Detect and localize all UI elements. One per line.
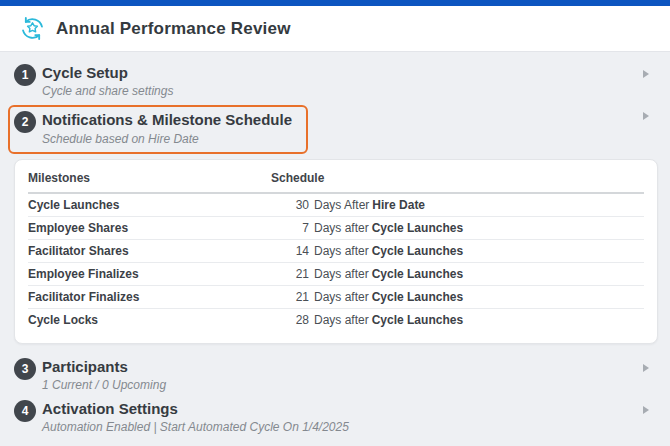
milestone-table-row: Employee Finalizes 21Days afterCycle Lau… [28, 262, 644, 285]
chevron-right-icon[interactable] [643, 70, 649, 78]
schedule-connector-text: Days after [314, 290, 369, 304]
section-subtitle: Cycle and share settings [42, 84, 173, 98]
schedule-connector-text: Days after [314, 267, 369, 281]
schedule-days-value: 7 [271, 221, 309, 235]
schedule-connector-text: Days after [314, 244, 369, 258]
chevron-right-icon[interactable] [643, 406, 649, 414]
milestone-schedule: 21Days afterCycle Launches [271, 285, 644, 308]
milestone-table-row: Facilitator Shares 14Days afterCycle Lau… [28, 239, 644, 262]
schedule-reference-milestone: Cycle Launches [372, 313, 463, 327]
schedule-days-value: 21 [271, 290, 309, 304]
schedule-connector-text: Days After [314, 198, 369, 212]
schedule-days-value: 28 [271, 313, 309, 327]
highlighted-step-box: 2 Notifications & Milestone Schedule Sch… [8, 105, 308, 153]
schedule-reference-milestone: Cycle Launches [372, 290, 463, 304]
schedule-reference-milestone: Cycle Launches [372, 267, 463, 281]
section-subtitle: Automation Enabled | Start Automated Cyc… [42, 420, 349, 434]
milestone-name: Employee Finalizes [28, 262, 271, 285]
step-number-badge: 4 [14, 400, 36, 422]
step-number-badge: 3 [14, 358, 36, 380]
milestone-table: Milestones Schedule Cycle Launches 30Day… [28, 164, 644, 331]
schedule-connector-text: Days after [314, 313, 369, 327]
wizard-steps: 1 Cycle Setup Cycle and share settings 2… [0, 52, 670, 434]
schedule-reference-milestone: Cycle Launches [372, 221, 463, 235]
section-subtitle: Schedule based on Hire Date [42, 132, 292, 146]
section-title: Notifications & Milestone Schedule [42, 111, 292, 128]
page-title: Annual Performance Review [56, 19, 291, 39]
chevron-right-icon[interactable] [643, 112, 649, 120]
milestone-name: Cycle Locks [28, 308, 271, 331]
milestone-table-row: Employee Shares 7Days afterCycle Launche… [28, 216, 644, 239]
milestone-name: Cycle Launches [28, 193, 271, 217]
section-cycle-setup-main: 1 Cycle Setup Cycle and share settings [14, 63, 173, 98]
section-title: Participants [42, 358, 166, 375]
column-header-milestones: Milestones [28, 164, 271, 193]
milestone-table-row: Cycle Locks 28Days afterCycle Launches [28, 308, 644, 331]
column-header-schedule: Schedule [271, 164, 644, 193]
step-number-badge: 1 [14, 64, 36, 86]
review-cycle-icon [19, 15, 46, 42]
milestone-table-body: Cycle Launches 30Days AfterHire Date Emp… [28, 193, 644, 331]
section-title: Activation Settings [42, 400, 349, 417]
milestone-schedule: 28Days afterCycle Launches [271, 308, 644, 331]
milestone-name: Employee Shares [28, 216, 271, 239]
section-cycle-setup[interactable]: 1 Cycle Setup Cycle and share settings [14, 63, 658, 98]
section-activation-settings-main: 4 Activation Settings Automation Enabled… [14, 399, 349, 434]
milestone-table-row: Cycle Launches 30Days AfterHire Date [28, 193, 644, 217]
section-participants-main: 3 Participants 1 Current / 0 Upcoming [14, 357, 166, 392]
schedule-days-value: 14 [271, 244, 309, 258]
milestone-name: Facilitator Finalizes [28, 285, 271, 308]
section-subtitle: 1 Current / 0 Upcoming [42, 378, 166, 392]
milestone-name: Facilitator Shares [28, 239, 271, 262]
schedule-reference-milestone: Cycle Launches [372, 244, 463, 258]
section-activation-settings[interactable]: 4 Activation Settings Automation Enabled… [14, 399, 658, 434]
chevron-right-icon[interactable] [643, 364, 649, 372]
milestone-schedule: 30Days AfterHire Date [271, 193, 644, 217]
table-header-row: Milestones Schedule [28, 164, 644, 193]
section-notifications-milestone-schedule[interactable]: 2 Notifications & Milestone Schedule Sch… [14, 105, 658, 153]
section-title: Cycle Setup [42, 64, 173, 81]
milestone-schedule: 7Days afterCycle Launches [271, 216, 644, 239]
milestone-schedule: 21Days afterCycle Launches [271, 262, 644, 285]
section-participants[interactable]: 3 Participants 1 Current / 0 Upcoming [14, 357, 658, 392]
milestone-schedule: 14Days afterCycle Launches [271, 239, 644, 262]
schedule-reference-milestone: Hire Date [372, 198, 425, 212]
app-window: Annual Performance Review 1 Cycle Setup … [0, 0, 670, 446]
milestone-schedule-card: Milestones Schedule Cycle Launches 30Day… [14, 159, 658, 344]
schedule-days-value: 21 [271, 267, 309, 281]
step-number-badge: 2 [14, 111, 36, 133]
schedule-days-value: 30 [271, 198, 309, 212]
milestone-table-row: Facilitator Finalizes 21Days afterCycle … [28, 285, 644, 308]
schedule-connector-text: Days after [314, 221, 369, 235]
page-header: Annual Performance Review [0, 6, 670, 52]
